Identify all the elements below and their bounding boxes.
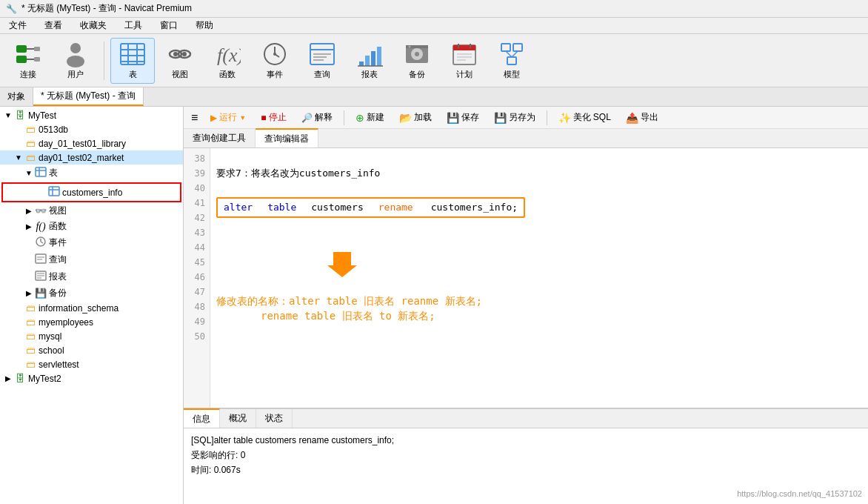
save-button[interactable]: 💾 保存: [441, 109, 484, 126]
menu-window[interactable]: 窗口: [157, 18, 181, 33]
view-icon: [167, 41, 193, 67]
load-label: 加载: [414, 111, 432, 124]
bottom-panel: 信息 概况 状态 [SQL]alter table customers rena…: [184, 408, 868, 504]
tab-query[interactable]: * 无标题 (MyTest) - 查询: [33, 87, 144, 106]
beautify-label: 美化 SQL: [573, 111, 611, 124]
sidebar-item-backups[interactable]: ▶ 💾 备份: [0, 285, 183, 301]
menu-file[interactable]: 文件: [6, 18, 30, 33]
tab-bar-top: 对象 * 无标题 (MyTest) - 查询: [0, 87, 868, 107]
code-line-43: [216, 234, 862, 249]
sidebar-item-infschema[interactable]: ▶ 🗃 information_schema: [0, 301, 183, 315]
events-icon: [34, 236, 47, 250]
run-button[interactable]: ▶ 运行 ▼: [205, 109, 251, 126]
code-line-45: [216, 279, 862, 294]
query-icon: [309, 41, 335, 67]
menu-help[interactable]: 帮助: [193, 18, 216, 33]
toolbar-query-btn[interactable]: 查询: [300, 38, 344, 84]
bottom-line2: 受影响的行: 0: [191, 448, 861, 462]
title-text: * 无标题 (MyTest) - 查询 - Navicat Premium: [21, 2, 192, 15]
stop-label: 停止: [269, 111, 287, 124]
menu-view[interactable]: 查看: [41, 18, 65, 33]
menu-tools[interactable]: 工具: [121, 18, 145, 33]
tab-create-tool[interactable]: 查询创建工具: [184, 129, 256, 147]
sidebar-item-tables-group[interactable]: ▼ 表: [0, 165, 183, 182]
sidebar-item-events[interactable]: ▶ 事件: [0, 234, 183, 251]
saveas-button[interactable]: 💾 另存为: [489, 109, 541, 126]
bottom-tab-status[interactable]: 状态: [256, 409, 293, 428]
new-button[interactable]: ⊕ 新建: [350, 109, 390, 126]
customers-info-label: customers_info: [62, 188, 122, 198]
load-button[interactable]: 📂 加载: [394, 109, 437, 126]
sidebar-label: 函数: [49, 220, 67, 233]
toolbar-user-btn[interactable]: 用户: [53, 38, 98, 84]
save-icon: 💾: [447, 112, 459, 124]
query-toolbar: ≡ ▶ 运行 ▼ ■ 停止 🔎 解释 ⊕ 新建 📂 加载: [184, 107, 868, 129]
bottom-tab-overview[interactable]: 概况: [220, 409, 256, 428]
funcs-icon: f(): [34, 221, 47, 233]
toolbar-model-btn[interactable]: 模型: [490, 38, 534, 84]
bottom-tab-status-label: 状态: [265, 412, 283, 425]
tab-object[interactable]: 对象: [0, 87, 33, 106]
menu-bar: 文件 查看 收藏夹 工具 窗口 帮助: [0, 18, 868, 34]
beautify-button[interactable]: ✨ 美化 SQL: [553, 109, 616, 126]
run-dropdown-arrow: ▼: [239, 114, 246, 122]
load-icon: 📂: [399, 112, 412, 124]
func-label: 函数: [219, 69, 236, 80]
func-icon: f(x): [214, 41, 241, 67]
explain-label: 解释: [315, 111, 333, 124]
code-editor[interactable]: 38 39 40 41 42 43 44 45 46 47 48 49 50 要…: [184, 148, 868, 408]
db-icon: 🗃: [24, 359, 37, 370]
sidebar-item-reports[interactable]: ▶ 报表: [0, 268, 183, 285]
tab-editor[interactable]: 查询编辑器: [256, 128, 318, 147]
svg-rect-5: [34, 57, 40, 62]
stop-button[interactable]: ■ 停止: [256, 109, 291, 126]
toolbar-func-btn[interactable]: f(x) 函数: [205, 38, 250, 84]
sidebar-label: 表: [49, 167, 58, 179]
toolbar-backup-btn[interactable]: 备份: [395, 38, 439, 84]
toolbar-table-btn[interactable]: 表: [110, 38, 155, 84]
toolbar-plan-btn[interactable]: 计划: [442, 38, 487, 84]
comment-line47: rename table 旧表名 to 新表名;: [216, 308, 435, 323]
code-line-41: alter table customers rename customers_i…: [216, 196, 862, 219]
sidebar-item-school[interactable]: ▶ 🗃 school: [0, 343, 183, 357]
bottom-tab-info[interactable]: 信息: [184, 408, 220, 428]
bottom-line1: [SQL]alter table customers rename custom…: [191, 433, 861, 448]
menu-favorites[interactable]: 收藏夹: [77, 18, 110, 33]
toolbar-event-btn[interactable]: 事件: [253, 38, 297, 84]
sidebar-item-day01market[interactable]: ▼ 🗃 day01_test02_market: [0, 150, 183, 165]
kw-alter: alter: [224, 200, 253, 215]
toolbar-connect-btn[interactable]: 连接: [6, 38, 50, 84]
sidebar-item-servlettest[interactable]: ▶ 🗃 servlettest: [0, 357, 183, 371]
sidebar-item-funcs[interactable]: ▶ f() 函数: [0, 219, 183, 234]
report-icon: [356, 41, 383, 67]
hamburger-menu[interactable]: ≡: [188, 111, 201, 125]
sidebar-item-mysql[interactable]: ▶ 🗃 mysql: [0, 329, 183, 343]
sidebar-item-mytest2[interactable]: ▶ 🗄 MyTest2: [0, 371, 183, 385]
sidebar-item-day01lib[interactable]: ▶ 🗃 day_01_test01_library: [0, 136, 183, 150]
code-line-50: [216, 353, 862, 368]
db-icon: 🗃: [24, 302, 37, 314]
sidebar-item-myemployees[interactable]: ▶ 🗃 myemployees: [0, 315, 183, 329]
toolbar-report-btn[interactable]: 报表: [347, 38, 392, 84]
plan-label: 计划: [456, 69, 473, 80]
sidebar-item-views[interactable]: ▶ 👓 视图: [0, 203, 183, 219]
svg-point-35: [415, 52, 419, 56]
svg-line-49: [512, 51, 518, 57]
kw-rename: rename: [378, 200, 413, 215]
sep: [344, 110, 344, 125]
tab-object-label: 对象: [7, 90, 25, 103]
watermark: https://blog.csdn.net/qq_41537102: [737, 489, 862, 498]
toolbar-view-btn[interactable]: 视图: [158, 38, 202, 84]
sidebar-item-queries[interactable]: ▶ 查询: [0, 251, 183, 268]
svg-rect-59: [36, 254, 46, 263]
tab-query-label: * 无标题 (MyTest) - 查询: [41, 90, 136, 102]
sidebar-label: 查询: [49, 253, 67, 266]
export-button[interactable]: 📤 导出: [621, 109, 664, 126]
sidebar-item-customers-info[interactable]: ▶ customers_info: [1, 182, 181, 202]
sidebar-item-mytest[interactable]: ▼ 🗄 MyTest: [0, 108, 183, 122]
svg-rect-1: [16, 56, 27, 63]
sidebar-item-0513db[interactable]: ▶ 🗃 0513db: [0, 122, 183, 136]
svg-rect-30: [371, 51, 375, 66]
svg-rect-0: [16, 45, 27, 53]
explain-button[interactable]: 🔎 解释: [296, 109, 338, 126]
